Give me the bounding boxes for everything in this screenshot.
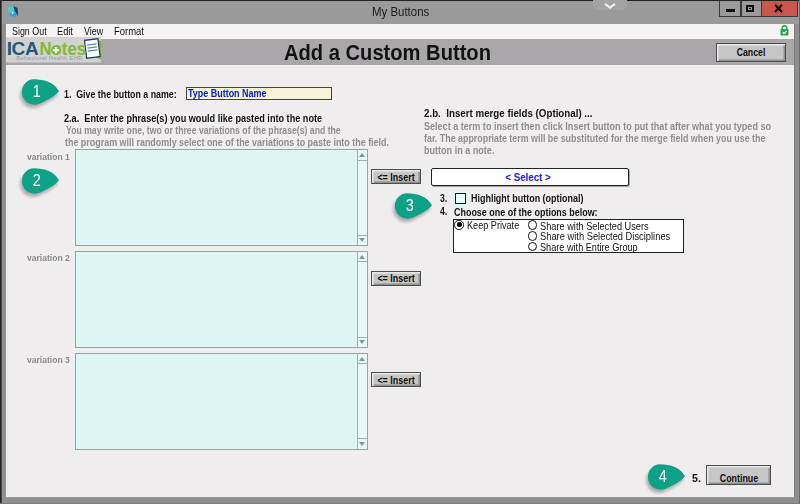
svg-text:Behavioral Health EHR: Behavioral Health EHR	[16, 55, 82, 61]
